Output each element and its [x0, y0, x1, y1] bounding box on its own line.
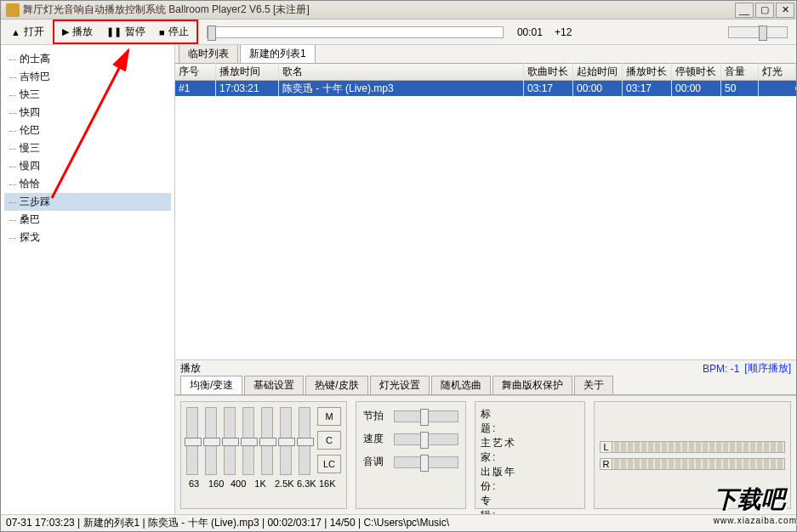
close-button[interactable]: ✕ — [776, 3, 794, 18]
level-meter-r: R — [600, 458, 785, 470]
volume-thumb[interactable] — [759, 25, 767, 41]
col-name[interactable]: 歌名 — [279, 63, 524, 81]
status-bar: 07-31 17:03:23 | 新建的列表1 | 陈奕迅 - 十年 (Live… — [1, 514, 796, 531]
sidebar-item[interactable]: 探戈 — [4, 229, 171, 246]
eq-labels: 631604001K2.5K6.3K16K — [186, 478, 341, 489]
play-button[interactable]: ▶播放 — [55, 22, 100, 42]
col-playtime[interactable]: 播放时间 — [216, 63, 279, 81]
stop-icon: ■ — [159, 27, 165, 37]
col-start[interactable]: 起始时间 — [573, 63, 623, 81]
sidebar-item[interactable]: 恰恰 — [4, 175, 171, 193]
pause-button[interactable]: ❚❚暂停 — [100, 22, 152, 42]
content-area: 临时列表 新建的列表1 序号 播放时间 歌名 歌曲时长 起始时间 播放时长 停顿… — [175, 45, 796, 514]
col-volume[interactable]: 音量 — [721, 63, 759, 81]
speed-slider[interactable] — [394, 433, 458, 445]
metadata-panel: 标 题: 主艺术家: 出版年份: 专 辑: 评 论: 种类标识: — [475, 401, 585, 509]
time-elapsed: 00:01 — [512, 26, 548, 38]
eq-panel: M C LC 631604001K2.5K6.3K16K — [180, 401, 347, 509]
sidebar-item[interactable]: 的士高 — [4, 50, 171, 68]
open-icon: ▲ — [11, 27, 20, 37]
list-header: 序号 播放时间 歌名 歌曲时长 起始时间 播放时长 停顿时长 音量 灯光 — [175, 64, 796, 81]
tab-eq[interactable]: 均衡/变速 — [180, 376, 242, 394]
maximize-button[interactable]: ▢ — [755, 3, 774, 18]
pause-icon: ❚❚ — [106, 26, 122, 37]
open-button[interactable]: ▲打开 — [4, 22, 51, 42]
window-title: 舞厅灯光音响自动播放控制系统 Ballroom Player2 V6.5 [未注… — [23, 3, 735, 17]
list-row[interactable]: #1 17:03:21 陈奕迅 - 十年 (Live).mp3 03:17 00… — [175, 81, 796, 96]
eq-slider[interactable] — [299, 407, 310, 475]
tempo-slider[interactable] — [394, 410, 458, 422]
tempo-label: 节拍 — [363, 409, 389, 423]
mid-statusbar: 播放 BPM: -1 [顺序播放] — [175, 359, 796, 376]
play-mode-label[interactable]: [顺序播放] — [744, 361, 791, 376]
app-icon — [6, 3, 20, 17]
pitch-slider[interactable] — [394, 456, 458, 468]
play-state-label: 播放 — [180, 361, 201, 376]
sidebar-item[interactable]: 三步踩 — [4, 193, 171, 211]
category-sidebar: 的士高 吉特巴 快三 快四 伦巴 慢三 慢四 恰恰 三步踩 桑巴 探戈 — [1, 45, 175, 514]
play-icon: ▶ — [62, 26, 69, 37]
eq-slider[interactable] — [224, 407, 236, 475]
sidebar-item[interactable]: 吉特巴 — [4, 68, 171, 86]
pitch-label: 音调 — [363, 455, 389, 469]
playlist-tabs: 临时列表 新建的列表1 — [175, 45, 796, 64]
tab-light[interactable]: 灯光设置 — [370, 376, 430, 394]
col-duration[interactable]: 歌曲时长 — [524, 63, 573, 81]
eq-lc-button[interactable]: LC — [317, 455, 341, 473]
sidebar-item[interactable]: 伦巴 — [4, 122, 171, 139]
col-stopdur[interactable]: 停顿时长 — [672, 63, 721, 81]
eq-slider[interactable] — [280, 407, 292, 475]
col-playdur[interactable]: 播放时长 — [623, 63, 672, 81]
bottom-panel: M C LC 631604001K2.5K6.3K16K 节拍 速度 音调 — [175, 395, 796, 514]
eq-slider[interactable] — [186, 407, 198, 475]
settings-tabs: 均衡/变速 基础设置 热键/皮肤 灯光设置 随机选曲 舞曲版权保护 关于 — [175, 376, 796, 395]
sidebar-item[interactable]: 慢四 — [4, 157, 171, 175]
tab-newlist[interactable]: 新建的列表1 — [240, 45, 316, 63]
volume-slider[interactable] — [728, 26, 788, 38]
main-area: 的士高 吉特巴 快三 快四 伦巴 慢三 慢四 恰恰 三步踩 桑巴 探戈 临时列表… — [1, 45, 796, 514]
tab-temp[interactable]: 临时列表 — [179, 45, 238, 63]
tab-basic[interactable]: 基础设置 — [244, 376, 304, 394]
title-bar: 舞厅灯光音响自动播放控制系统 Ballroom Player2 V6.5 [未注… — [1, 1, 796, 20]
speed-label: 速度 — [363, 432, 389, 446]
eq-slider[interactable] — [205, 407, 217, 475]
playback-highlight: ▶播放 ❚❚暂停 ■停止 — [53, 20, 198, 44]
level-meter-l: L — [600, 441, 785, 453]
eq-m-button[interactable]: M — [317, 407, 341, 426]
stop-button[interactable]: ■停止 — [152, 22, 196, 42]
eq-slider[interactable] — [242, 407, 254, 475]
playlist-body[interactable]: #1 17:03:21 陈奕迅 - 十年 (Live).mp3 03:17 00… — [175, 81, 796, 359]
sidebar-item[interactable]: 慢三 — [4, 139, 171, 157]
toolbar: ▲打开 ▶播放 ❚❚暂停 ■停止 00:01 +12 — [1, 20, 796, 45]
progress-thumb[interactable] — [208, 25, 216, 41]
sidebar-item[interactable]: 快四 — [4, 104, 171, 122]
tab-copyright[interactable]: 舞曲版权保护 — [492, 376, 572, 394]
col-light[interactable]: 灯光 — [759, 63, 796, 81]
bpm-label: BPM: -1 — [703, 363, 739, 375]
eq-c-button[interactable]: C — [317, 431, 341, 450]
minimize-button[interactable]: __ — [735, 3, 754, 18]
time-offset: +12 — [549, 26, 577, 38]
sidebar-item[interactable]: 桑巴 — [4, 211, 171, 229]
progress-bar[interactable] — [207, 26, 504, 38]
tempo-panel: 节拍 速度 音调 — [356, 401, 466, 509]
sidebar-item[interactable]: 快三 — [4, 86, 171, 104]
col-seq[interactable]: 序号 — [175, 63, 216, 81]
eq-slider[interactable] — [261, 407, 273, 475]
status-text: 07-31 17:03:23 | 新建的列表1 | 陈奕迅 - 十年 (Live… — [6, 516, 449, 530]
app-window: 舞厅灯光音响自动播放控制系统 Ballroom Player2 V6.5 [未注… — [0, 0, 797, 532]
tab-hotkey[interactable]: 热键/皮肤 — [305, 376, 367, 394]
level-meter-panel: L R — [594, 401, 791, 509]
tab-about[interactable]: 关于 — [574, 376, 613, 394]
tab-random[interactable]: 随机选曲 — [431, 376, 491, 394]
